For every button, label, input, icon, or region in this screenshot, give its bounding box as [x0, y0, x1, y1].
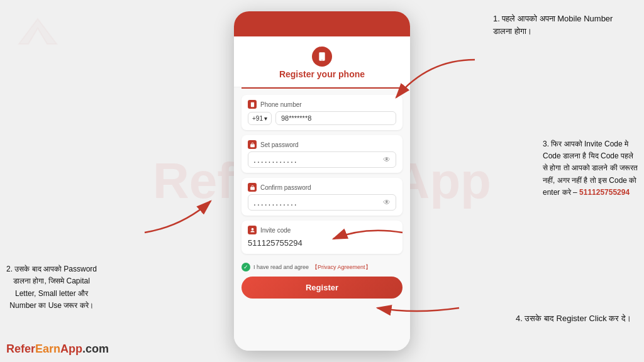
- invite-code-label: Invite code: [248, 226, 396, 234]
- dropdown-arrow: ▾: [264, 115, 267, 122]
- logo-area: [13, 13, 63, 53]
- phone-field-group: Phone number +91 ▾ 98*******8: [242, 95, 402, 130]
- password-input[interactable]: ............ 👁: [248, 151, 396, 168]
- annotation-3: 3. फिर आपको Invite Code मे Code डालना है…: [543, 138, 638, 199]
- password-dots: ............: [253, 155, 383, 165]
- annotation-4-text: 4. उसके बाद Register Click कर दे।: [516, 314, 631, 323]
- invite-code-label-text: Invite code: [260, 227, 291, 234]
- brand-com: .com: [82, 343, 109, 355]
- mobile-icon: [317, 52, 327, 62]
- password-field-icon: [248, 140, 257, 149]
- logo-icon: [13, 13, 63, 50]
- phone-number-input[interactable]: 98*******8: [275, 111, 396, 125]
- annotation-2-line3: Letter, Small letter और: [15, 289, 88, 298]
- phone-content: Register your phone Phone number +91: [234, 36, 410, 351]
- brand-refer: Refer: [6, 343, 35, 355]
- person-icon: [250, 228, 255, 233]
- phone-icon-circle: [312, 47, 332, 67]
- eye-icon-confirm[interactable]: 👁: [383, 198, 391, 207]
- confirm-password-field-icon: [248, 183, 257, 192]
- lock-icon: [250, 142, 255, 148]
- confirm-password-label: Confirm password: [248, 183, 396, 192]
- bottom-watermark: ReferEarnApp.com: [6, 343, 109, 356]
- lock-icon-2: [250, 185, 255, 190]
- annotation-1: 1. पहले आपको अपना Mobile Number डालना हो…: [493, 13, 631, 37]
- eye-icon[interactable]: 👁: [383, 155, 391, 164]
- privacy-text: I have read and agree: [253, 264, 309, 270]
- annotation-1-text: 1. पहले आपको अपना Mobile Number डालना हो…: [493, 14, 613, 36]
- annotation-3-line4: नहीं, अगर नहीं है तो इस Code को: [543, 176, 636, 185]
- annotation-3-line1: 3. फिर आपको Invite Code मे: [543, 140, 628, 148]
- form-area: Phone number +91 ▾ 98*******8: [234, 89, 410, 260]
- invite-code-input[interactable]: 511125755294: [248, 237, 396, 249]
- annotation-2-line1: 2. उसके बाद आपको Password: [6, 265, 97, 273]
- annotation-2-line4: Number का Use जरूर करे।: [9, 301, 93, 310]
- register-button[interactable]: Register: [242, 277, 402, 299]
- phone-field-icon: [248, 100, 257, 109]
- invite-code-field-icon: [248, 226, 257, 234]
- annotation-2-line2: डालना होगा, जिसमे Capital: [13, 277, 90, 285]
- confirm-password-dots: ............: [253, 197, 383, 207]
- annotation-3-suffix: enter करे –: [543, 188, 577, 197]
- invite-code-field-group: Invite code 511125755294: [242, 221, 402, 254]
- confirm-password-label-text: Confirm password: [260, 184, 311, 191]
- password-label: Set password: [248, 140, 396, 149]
- confirm-password-field-group: Confirm password ............ 👁: [242, 178, 402, 216]
- confirm-password-input[interactable]: ............ 👁: [248, 194, 396, 211]
- country-code-selector[interactable]: +91 ▾: [248, 112, 272, 125]
- register-header: Register your phone: [234, 36, 410, 87]
- annotation-3-line3: से होगा तो आपको डालने की जरूरत: [543, 163, 638, 172]
- phone-label: Phone number: [248, 100, 396, 109]
- annotation-4: 4. उसके बाद Register Click कर दे।: [516, 312, 631, 325]
- privacy-row: I have read and agree 【Privacy Agreement…: [234, 260, 410, 274]
- phone-input-row: +91 ▾ 98*******8: [248, 111, 396, 125]
- svg-marker-0: [19, 19, 57, 44]
- annotation-3-code: 511125755294: [579, 188, 630, 197]
- register-title: Register your phone: [242, 69, 402, 79]
- brand-earn: Earn: [35, 343, 60, 355]
- password-label-text: Set password: [260, 141, 299, 148]
- brand-app: App: [60, 343, 82, 355]
- password-field-group: Set password ............ 👁: [242, 135, 402, 173]
- country-code-value: +91: [252, 115, 263, 122]
- privacy-checkbox[interactable]: [242, 263, 250, 272]
- annotation-3-line2: Code डालना है यिद Code पहले: [543, 151, 633, 160]
- phone-label-icon: [250, 102, 255, 107]
- phone-label-text: Phone number: [260, 101, 302, 108]
- annotation-2: 2. उसके बाद आपको Password डालना होगा, जि…: [6, 263, 97, 312]
- phone-header: [234, 11, 410, 36]
- privacy-link[interactable]: 【Privacy Agreement】: [312, 263, 371, 272]
- phone-mockup: Register your phone Phone number +91: [234, 11, 410, 351]
